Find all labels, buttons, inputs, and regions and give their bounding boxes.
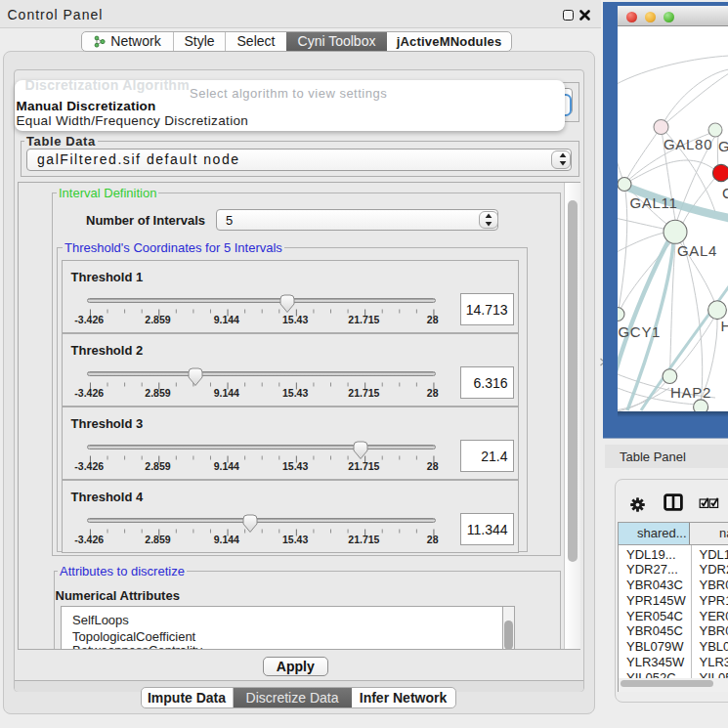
svg-text:HAP2: HAP2: [670, 384, 711, 401]
svg-text:GAL80: GAL80: [664, 136, 712, 152]
svg-text:GAL11: GAL11: [629, 194, 677, 211]
svg-text:GA: GA: [718, 138, 728, 154]
svg-text:GCY1: GCY1: [618, 323, 661, 340]
svg-text:C: C: [722, 185, 728, 201]
svg-text:H: H: [720, 318, 728, 334]
svg-text:GAL4: GAL4: [677, 242, 717, 259]
